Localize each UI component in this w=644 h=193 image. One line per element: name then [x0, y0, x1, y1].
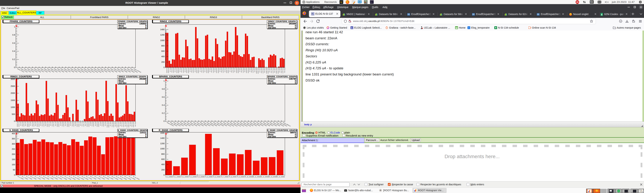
svg-text:R_6_DSSD: R_6_DSSD	[214, 176, 221, 178]
svg-text:EL: EL	[351, 27, 353, 29]
svg-text:R_9_DSSD: R_9_DSSD	[237, 176, 245, 178]
svg-text:200: 200	[161, 169, 164, 171]
svg-text:R_3_DSSD: R_3_DSSD	[190, 176, 197, 178]
svg-text:R_1_DSSD: R_1_DSSD	[174, 176, 181, 178]
svg-text:1200: 1200	[160, 142, 164, 145]
svg-text:R_0_DSSD: R_0_DSSD	[166, 176, 173, 178]
svg-text:1600: 1600	[160, 132, 164, 134]
svg-text:R_12_DSSD: R_12_DSSD	[261, 176, 269, 178]
svg-text:R_2_DSSD: R_2_DSSD	[182, 176, 189, 178]
svg-text:R: R	[165, 132, 167, 135]
svg-text:R_8_DSSD: R_8_DSSD	[229, 176, 237, 178]
svg-text:800: 800	[161, 153, 164, 155]
svg-text:R_14_DSSD: R_14_DSSD	[277, 176, 285, 178]
svg-text:R_13_DSSD: R_13_DSSD	[269, 176, 277, 178]
svg-text:1400: 1400	[160, 137, 164, 139]
svg-text:600: 600	[161, 158, 164, 160]
svg-text:R_4_DSSD: R_4_DSSD	[198, 176, 205, 178]
svg-text:0: 0	[164, 174, 164, 176]
svg-text:400: 400	[161, 163, 164, 166]
svg-text:R_11_DSSD: R_11_DSSD	[253, 176, 261, 178]
svg-text:R_7_DSSD: R_7_DSSD	[221, 176, 229, 178]
svg-text:R_10_DSSD: R_10_DSSD	[245, 176, 253, 178]
svg-text:R_5_DSSD: R_5_DSSD	[205, 176, 213, 178]
svg-text:1000: 1000	[160, 148, 164, 150]
svg-text:>_: >_	[370, 1, 372, 3]
svg-text:∞: ∞	[468, 27, 469, 29]
